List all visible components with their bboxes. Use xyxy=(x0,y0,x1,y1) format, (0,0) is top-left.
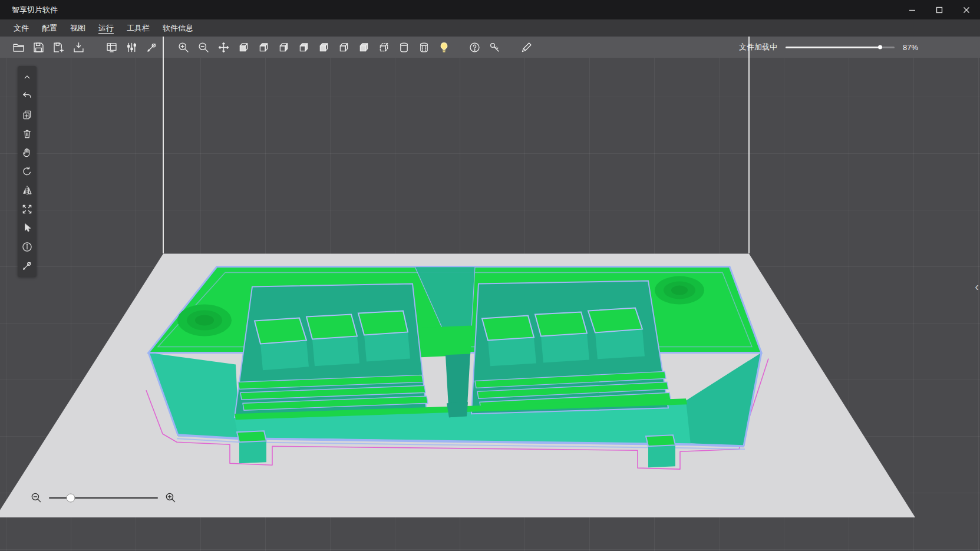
pan-hand-button[interactable] xyxy=(18,143,36,162)
view-iso-icon xyxy=(338,41,350,54)
viewport-3d[interactable] xyxy=(0,58,980,551)
right-panel-toggle[interactable]: ‹ xyxy=(975,281,979,292)
select-cursor-icon xyxy=(21,222,33,234)
load-status-cluster: 文件加载中 87% xyxy=(739,42,918,52)
mirror-icon xyxy=(21,184,33,196)
menu-view[interactable]: 视图 xyxy=(64,20,92,37)
side-tool-panel xyxy=(18,66,37,277)
view-right-button[interactable] xyxy=(295,38,312,56)
view-solid-button[interactable] xyxy=(355,38,372,56)
view-solid-icon xyxy=(358,41,370,54)
compartment-top xyxy=(482,315,534,340)
save-file-button[interactable] xyxy=(29,38,47,56)
mirror-button[interactable] xyxy=(18,181,36,200)
rotate-icon xyxy=(21,166,33,177)
view-top-button[interactable] xyxy=(315,38,332,56)
load-progress-fill xyxy=(786,47,880,48)
help-icon xyxy=(468,41,481,54)
cylinder-view-button[interactable] xyxy=(395,38,413,56)
tools-button[interactable] xyxy=(143,38,160,56)
move-button[interactable] xyxy=(215,38,232,56)
compartment-front xyxy=(312,336,359,366)
viewport-canvas[interactable] xyxy=(0,58,980,551)
foot-cube-left xyxy=(237,431,266,463)
view-right-icon xyxy=(298,41,310,54)
view-top-icon xyxy=(318,41,330,54)
annotate-pen-button[interactable] xyxy=(517,38,535,56)
maximize-button[interactable] xyxy=(926,0,953,19)
zoom-slider-track[interactable] xyxy=(49,497,158,499)
model-info-button[interactable] xyxy=(18,237,36,256)
cylinder-wire-button[interactable] xyxy=(415,38,433,56)
close-icon xyxy=(963,6,970,14)
annotate-pen-icon xyxy=(520,41,533,54)
slice-settings-button[interactable] xyxy=(123,38,140,56)
view-iso-button[interactable] xyxy=(335,38,352,56)
delete-button[interactable] xyxy=(18,124,36,143)
compartment-top xyxy=(588,308,642,332)
menu-bar: 文件 配置 视图 运行 工具栏 软件信息 xyxy=(0,19,980,37)
machine-settings-icon xyxy=(105,41,118,54)
duplicate-button[interactable] xyxy=(18,105,36,124)
circular-recess-left xyxy=(177,305,232,336)
undo-icon xyxy=(21,90,33,102)
import-model-button[interactable] xyxy=(70,38,87,56)
zoom-in-small-icon[interactable] xyxy=(165,492,176,503)
menu-software-info[interactable]: 软件信息 xyxy=(156,20,200,37)
pan-hand-icon xyxy=(21,147,33,159)
save-as-button[interactable] xyxy=(50,38,67,56)
view-dashed-button[interactable] xyxy=(375,38,392,56)
view-back-icon xyxy=(258,41,270,54)
view-left-icon xyxy=(278,41,290,54)
zoom-in-button[interactable] xyxy=(174,38,192,56)
minimize-button[interactable] xyxy=(899,0,926,19)
save-file-icon xyxy=(32,41,45,54)
compartment-front xyxy=(364,332,410,361)
zoom-out-button[interactable] xyxy=(194,38,212,56)
compartment-front xyxy=(541,333,589,362)
menu-run[interactable]: 运行 xyxy=(92,20,120,37)
load-progress-knob[interactable] xyxy=(878,45,882,50)
menu-toolbar[interactable]: 工具栏 xyxy=(120,20,156,37)
save-as-icon xyxy=(52,41,65,54)
middle-channel-bridge xyxy=(415,325,473,357)
slice-settings-icon xyxy=(126,41,138,54)
menu-config[interactable]: 配置 xyxy=(35,20,64,37)
menu-file[interactable]: 文件 xyxy=(7,20,35,37)
circular-recess-right xyxy=(655,276,704,305)
load-percent: 87% xyxy=(903,43,918,52)
duplicate-icon xyxy=(21,109,33,121)
select-cursor-button[interactable] xyxy=(18,219,36,237)
light-toggle-button[interactable] xyxy=(435,38,453,56)
repair-tools-button[interactable] xyxy=(18,256,36,275)
load-progress-bar[interactable] xyxy=(786,47,895,48)
compartment-front xyxy=(260,340,309,370)
zoom-control xyxy=(31,492,176,503)
zoom-out-small-icon[interactable] xyxy=(31,492,42,503)
view-left-button[interactable] xyxy=(275,38,292,56)
minimize-icon xyxy=(909,6,916,14)
open-file-button[interactable] xyxy=(9,38,27,56)
build-volume-edge-right xyxy=(748,19,750,253)
license-key-button[interactable] xyxy=(486,38,503,56)
fit-view-button[interactable] xyxy=(18,200,36,219)
view-front-icon xyxy=(237,41,250,54)
zoom-slider-handle[interactable] xyxy=(67,493,75,502)
zoom-out-icon xyxy=(197,41,210,54)
help-button[interactable] xyxy=(466,38,483,56)
window-controls xyxy=(899,0,980,19)
view-back-button[interactable] xyxy=(255,38,272,56)
machine-settings-button[interactable] xyxy=(103,38,120,56)
light-toggle-icon xyxy=(438,41,450,54)
close-button[interactable] xyxy=(953,0,980,19)
title-bar: 智享切片软件 xyxy=(0,0,980,19)
maximize-icon xyxy=(936,6,943,14)
view-front-button[interactable] xyxy=(235,38,252,56)
rotate-button[interactable] xyxy=(18,162,36,181)
license-key-icon xyxy=(489,41,501,54)
collapse-up-button[interactable] xyxy=(18,68,36,87)
compartment-front xyxy=(488,337,536,366)
undo-button[interactable] xyxy=(18,87,36,105)
compartment-top xyxy=(255,318,306,344)
import-model-icon xyxy=(72,41,85,54)
